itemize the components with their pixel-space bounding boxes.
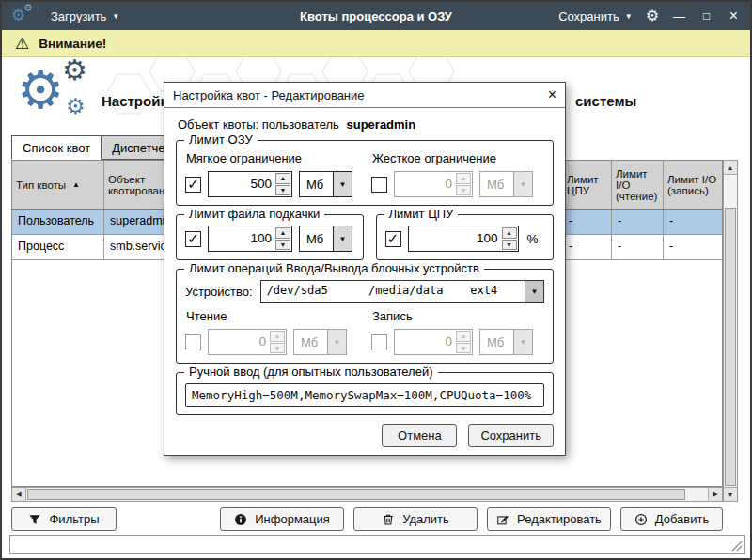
column-header-io-read[interactable]: Лимит I/O (чтение) <box>612 161 664 209</box>
vertical-scrollbar[interactable]: ▲ ▼ <box>723 160 738 502</box>
spin-down-button[interactable]: ▼ <box>275 185 290 196</box>
spin-down-button[interactable]: ▼ <box>502 240 517 251</box>
tab-label: Список квот <box>23 141 90 155</box>
horizontal-scrollbar[interactable]: ◀ ▶ <box>11 487 723 502</box>
save-button[interactable]: Сохранить <box>468 424 554 447</box>
filter-icon <box>28 513 41 526</box>
resize-grip[interactable] <box>731 540 743 552</box>
caret-down-icon[interactable]: ▼ <box>333 171 352 197</box>
swap-limit-unit-combo[interactable]: Мб ▼ <box>299 226 352 252</box>
device-value: /dev/sda5 /media/data ext4 Data <box>261 281 525 302</box>
unit-value: Мб <box>479 329 513 355</box>
soft-limit-column: Мягкое ограничение ✓ 500 ▲ ▼ <box>185 151 358 197</box>
tab-bar: Список квот Диспетчер <box>11 135 183 160</box>
save-menu-button[interactable]: Сохранить ▼ <box>558 9 633 23</box>
io-write-column: Запись 0 ▲ ▼ Мб <box>371 309 544 355</box>
write-limit-checkbox[interactable] <box>371 334 387 350</box>
soft-limit-unit-combo[interactable]: Мб ▼ <box>299 171 352 197</box>
caret-down-icon: ▼ <box>513 171 533 197</box>
read-limit-unit-combo: Мб ▼ <box>293 329 347 355</box>
close-window-button[interactable]: × <box>727 8 741 23</box>
unit-value: Мб <box>293 329 327 355</box>
column-header-type[interactable]: Тип квоты ▲ <box>12 161 104 209</box>
check-icon: ✓ <box>187 231 199 245</box>
spin-value: 0 <box>399 172 452 196</box>
spin-down-button: ▼ <box>456 185 471 196</box>
spin-up-button[interactable]: ▲ <box>275 227 290 239</box>
info-button[interactable]: Информация <box>220 507 344 531</box>
warning-text: Внимание! <box>39 37 106 51</box>
info-icon <box>234 513 247 526</box>
read-limit-checkbox[interactable] <box>185 334 201 350</box>
check-icon: ✓ <box>187 177 199 191</box>
column-header-cpu-limit[interactable]: Лимит ЦПУ <box>563 161 612 209</box>
read-limit-spinbox: 0 ▲ ▼ <box>208 329 287 355</box>
vertical-scrollbar-thumb[interactable] <box>725 208 736 486</box>
app-logo-gears: ⚙ ⚙ ⚙ <box>17 60 103 132</box>
load-menu-button[interactable]: Загрузить ▼ <box>51 9 119 23</box>
check-icon: ✓ <box>387 231 400 245</box>
group-legend: Лимит ОЗУ <box>184 132 258 147</box>
tab-quota-list[interactable]: Список квот <box>11 135 102 160</box>
quota-object-line: Объект квоты: пользователь superadmin <box>178 117 554 132</box>
device-combo[interactable]: /dev/sda5 /media/data ext4 Data ▼ <box>260 280 544 303</box>
caret-down-icon: ▼ <box>327 329 347 355</box>
device-label: Устройство: <box>185 285 253 299</box>
gear-icon: ⚙ <box>24 3 33 13</box>
table-cell: Процесс <box>12 235 104 259</box>
scroll-down-button[interactable]: ▼ <box>724 487 737 501</box>
table-cell: - <box>664 235 722 259</box>
swap-limit-spinbox[interactable]: 100 ▲ ▼ <box>208 226 292 252</box>
cpu-limit-spinbox[interactable]: 100 ▲ ▼ <box>408 226 519 252</box>
spin-value: 100 <box>212 226 272 251</box>
percent-label: % <box>527 232 539 246</box>
spin-value: 100 <box>413 226 498 251</box>
edit-button[interactable]: Редактировать <box>487 507 611 531</box>
scroll-up-button[interactable]: ▲ <box>724 161 737 175</box>
soft-limit-spinbox[interactable]: 500 ▲ ▼ <box>208 171 292 197</box>
manual-input[interactable] <box>185 383 544 407</box>
titlebar-right: Сохранить ▼ ⚙ — □ × <box>558 8 741 23</box>
dialog-titlebar[interactable]: Настройка квот - Редактирование × <box>164 83 565 108</box>
titlebar-left: ⚙ ⚙ Загрузить ▼ <box>11 6 119 26</box>
group-legend: Лимит операций Ввода/Вывода блочных устр… <box>184 261 484 275</box>
unit-value: Мб <box>299 226 333 252</box>
cancel-button[interactable]: Отмена <box>382 424 457 447</box>
column-header-io-write[interactable]: Лимит I/O (запись) <box>664 161 722 209</box>
caret-down-icon: ▼ <box>513 329 533 355</box>
caret-down-icon[interactable]: ▼ <box>525 281 543 302</box>
spin-down-button: ▼ <box>270 343 285 354</box>
plus-icon <box>634 513 648 526</box>
cpu-limit-checkbox[interactable]: ✓ <box>385 231 401 247</box>
minimize-button[interactable]: — <box>672 10 686 23</box>
scroll-left-button[interactable]: ◀ <box>12 488 26 501</box>
dialog-close-button[interactable]: × <box>548 87 556 102</box>
maximize-button[interactable]: □ <box>699 10 713 22</box>
swap-limit-checkbox[interactable]: ✓ <box>185 231 201 247</box>
delete-button[interactable]: Удалить <box>353 507 478 531</box>
app-gears-icon: ⚙ ⚙ <box>11 6 38 26</box>
spin-up-button[interactable]: ▲ <box>275 173 290 184</box>
spin-value: 500 <box>212 172 272 196</box>
spin-value: 0 <box>399 330 452 354</box>
spin-up-button[interactable]: ▲ <box>502 227 517 239</box>
filters-button[interactable]: Фильтры <box>11 507 117 531</box>
caret-down-icon[interactable]: ▼ <box>333 226 352 252</box>
io-read-column: Чтение 0 ▲ ▼ Мб <box>185 309 358 355</box>
table-cell: Пользователь <box>12 210 104 234</box>
quota-object-value: superadmin <box>346 117 415 132</box>
edit-label: Редактировать <box>517 512 602 526</box>
hard-limit-checkbox[interactable] <box>371 177 387 193</box>
soft-limit-label: Мягкое ограничение <box>186 151 358 165</box>
ram-limit-group: Лимит ОЗУ Мягкое ограничение ✓ 500 ▲ <box>176 140 554 206</box>
filters-label: Фильтры <box>49 512 99 526</box>
scroll-right-button[interactable]: ▶ <box>708 488 722 501</box>
spin-down-button[interactable]: ▼ <box>275 240 290 251</box>
settings-gear-button[interactable]: ⚙ <box>646 8 659 23</box>
add-button[interactable]: Добавить <box>620 507 723 531</box>
horizontal-scrollbar-thumb[interactable] <box>27 489 685 500</box>
dialog-body: Объект квоты: пользователь superadmin Ли… <box>164 108 565 455</box>
soft-limit-checkbox[interactable]: ✓ <box>185 177 201 193</box>
column-label: Лимит ЦПУ <box>567 174 607 196</box>
delete-label: Удалить <box>402 512 449 526</box>
